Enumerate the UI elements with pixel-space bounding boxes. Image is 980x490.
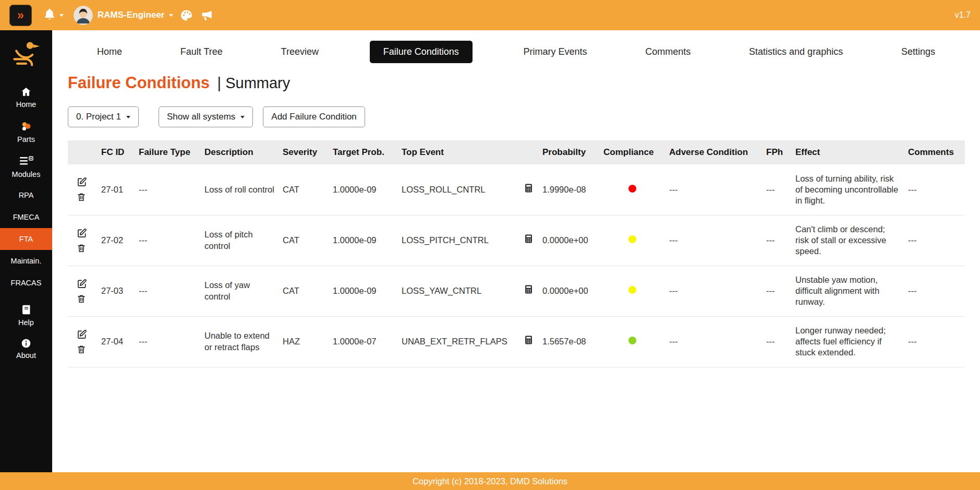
content-area: Home Fault Tree Treeview Failure Conditi… bbox=[52, 30, 980, 472]
parts-icon bbox=[20, 120, 32, 133]
adverse-condition-cell: --- bbox=[665, 215, 762, 266]
edit-icon[interactable] bbox=[77, 279, 87, 289]
tab-primary-events[interactable]: Primary Events bbox=[516, 42, 595, 62]
add-failure-condition-button[interactable]: Add Failure Condition bbox=[263, 106, 365, 127]
adverse-condition-cell: --- bbox=[665, 316, 762, 367]
theme-palette-icon[interactable] bbox=[180, 9, 193, 22]
edit-icon[interactable] bbox=[77, 329, 87, 340]
user-menu[interactable]: RAMS-Engineer bbox=[74, 6, 173, 25]
compliance-dot bbox=[628, 286, 636, 294]
avatar bbox=[74, 6, 93, 25]
systems-dropdown-label: Show all systems bbox=[167, 112, 235, 122]
column-header-compliance: Compliance bbox=[599, 140, 665, 164]
severity-cell: HAZ bbox=[279, 316, 329, 367]
systems-filter-dropdown[interactable]: Show all systems bbox=[159, 106, 253, 127]
sidebar-item-help[interactable]: Help bbox=[0, 298, 52, 332]
effect-cell: Can't climb or descend; risk of stall or… bbox=[791, 215, 904, 266]
sidebar-item-label: FRACAS bbox=[11, 279, 42, 287]
effect-cell: Unstable yaw motion, difficult alignment… bbox=[791, 266, 904, 316]
sidebar-item-fta[interactable]: FTA bbox=[0, 228, 52, 250]
sidebar-item-fmeca[interactable]: FMECA bbox=[0, 206, 52, 228]
probability-cell: 0.0000e+00 bbox=[538, 266, 599, 316]
home-icon bbox=[20, 86, 32, 98]
sidebar-item-label: About bbox=[16, 351, 36, 360]
calculator-icon[interactable] bbox=[524, 284, 534, 294]
column-header-adverse-condition: Adverse Condition bbox=[665, 140, 762, 164]
fc-id-cell: 27-02 bbox=[97, 215, 135, 266]
tab-settings[interactable]: Settings bbox=[894, 42, 942, 62]
sidebar-item-label: FTA bbox=[19, 235, 33, 243]
severity-cell: CAT bbox=[279, 164, 329, 215]
adverse-condition-cell: --- bbox=[665, 164, 762, 215]
tab-treeview[interactable]: Treeview bbox=[274, 42, 326, 62]
fc-id-cell: 27-03 bbox=[97, 266, 135, 316]
tab-failure-conditions[interactable]: Failure Conditions bbox=[370, 41, 473, 63]
column-header-failure-type: Failure Type bbox=[135, 140, 200, 164]
comments-cell: --- bbox=[904, 266, 965, 316]
username-label: RAMS-Engineer bbox=[98, 10, 164, 20]
tab-fault-tree[interactable]: Fault Tree bbox=[173, 42, 230, 62]
sidebar-toggle-button[interactable]: » bbox=[9, 5, 32, 26]
edit-icon[interactable] bbox=[77, 228, 87, 238]
calculator-icon[interactable] bbox=[524, 234, 534, 244]
column-header-comments: Comments bbox=[904, 140, 965, 164]
top-event-cell: LOSS_ROLL_CNTRL bbox=[397, 164, 519, 215]
sidebar-item-label: Maintain. bbox=[11, 257, 42, 265]
column-header-top-event: Top Event bbox=[397, 140, 519, 164]
sidebar-item-fracas[interactable]: FRACAS bbox=[0, 272, 52, 294]
calculator-icon[interactable] bbox=[524, 183, 534, 193]
description-cell: Unable to extend or retract flaps bbox=[200, 316, 279, 367]
footer: Copyright (c) 2018-2023, DMD Solutions bbox=[0, 472, 980, 490]
app-logo[interactable] bbox=[10, 39, 42, 70]
delete-trash-icon[interactable] bbox=[77, 344, 86, 354]
fph-cell: --- bbox=[762, 215, 791, 266]
table-row: 27-02 --- Loss of pitch control CAT 1.00… bbox=[68, 215, 965, 266]
fph-cell: --- bbox=[762, 164, 791, 215]
description-cell: Loss of pitch control bbox=[200, 215, 279, 266]
tab-home[interactable]: Home bbox=[90, 42, 129, 62]
calculator-icon[interactable] bbox=[524, 335, 534, 345]
delete-trash-icon[interactable] bbox=[77, 243, 86, 253]
target-prob-cell: 1.0000e-07 bbox=[329, 316, 397, 367]
project-dropdown[interactable]: 0. Project 1 bbox=[68, 106, 139, 127]
compliance-dot bbox=[628, 185, 636, 193]
delete-trash-icon[interactable] bbox=[77, 294, 86, 304]
sidebar-item-modules[interactable]: Modules bbox=[0, 149, 52, 184]
failure-type-cell: --- bbox=[135, 164, 200, 215]
topbar: » RAMS-Engineer bbox=[0, 0, 980, 30]
column-header-calc bbox=[519, 140, 538, 164]
edit-icon[interactable] bbox=[77, 177, 87, 187]
column-header-fc-id: FC ID bbox=[97, 140, 135, 164]
delete-trash-icon[interactable] bbox=[77, 192, 86, 202]
top-event-cell: LOSS_PITCH_CNTRL bbox=[397, 215, 519, 266]
table-row: 27-04 --- Unable to extend or retract fl… bbox=[68, 316, 965, 367]
column-header-description: Description bbox=[200, 140, 279, 164]
severity-cell: CAT bbox=[279, 266, 329, 316]
effect-cell: Longer runway needed; affects fuel effic… bbox=[791, 316, 904, 367]
bell-icon bbox=[43, 7, 56, 23]
column-header-probability: Probabilty bbox=[538, 140, 599, 164]
probability-cell: 1.9990e-08 bbox=[538, 164, 599, 215]
effect-cell: Loss of turning ability, risk of becomin… bbox=[791, 164, 904, 215]
sidebar-item-home[interactable]: Home bbox=[0, 80, 52, 114]
announcements-megaphone-icon[interactable] bbox=[200, 8, 213, 22]
description-cell: Loss of yaw control bbox=[200, 266, 279, 316]
column-header-actions bbox=[68, 140, 97, 164]
module-tabs: Home Fault Tree Treeview Failure Conditi… bbox=[52, 41, 980, 63]
table-row: 27-01 --- Loss of roll control CAT 1.000… bbox=[68, 164, 965, 215]
top-event-cell: LOSS_YAW_CNTRL bbox=[397, 266, 519, 316]
comments-cell: --- bbox=[904, 215, 965, 266]
add-button-label: Add Failure Condition bbox=[271, 112, 356, 122]
tab-comments[interactable]: Comments bbox=[638, 42, 698, 62]
sidebar-item-about[interactable]: About bbox=[0, 332, 52, 365]
sidebar-item-parts[interactable]: Parts bbox=[0, 114, 52, 149]
failure-type-cell: --- bbox=[135, 316, 200, 367]
sidebar-item-rpa[interactable]: RPA bbox=[0, 184, 52, 206]
compliance-dot bbox=[628, 235, 636, 243]
notifications-menu[interactable] bbox=[43, 7, 64, 23]
info-icon bbox=[21, 338, 31, 349]
fph-cell: --- bbox=[762, 316, 791, 367]
sidebar-item-maintain[interactable]: Maintain. bbox=[0, 250, 52, 272]
table-row: 27-03 --- Loss of yaw control CAT 1.0000… bbox=[68, 266, 965, 316]
tab-statistics[interactable]: Statistics and graphics bbox=[742, 42, 850, 62]
